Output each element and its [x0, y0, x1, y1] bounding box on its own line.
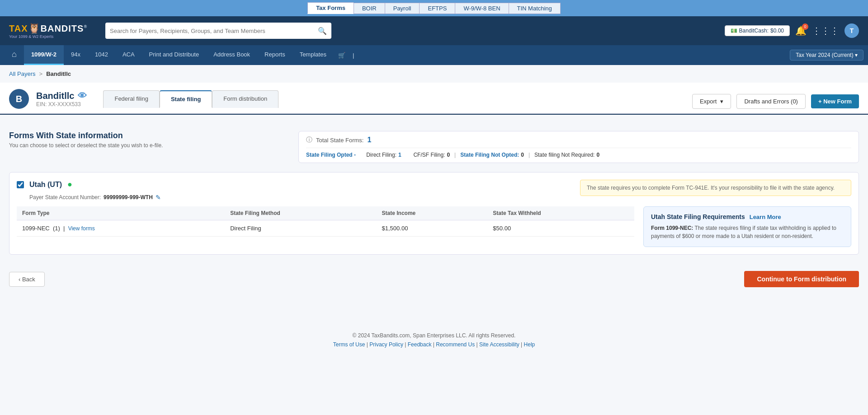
footer-copyright: © 2024 TaxBandits.com, Span Enterprises … [9, 332, 859, 339]
total-forms-label: Total State Forms: [316, 137, 363, 144]
nav-item-print[interactable]: Print and Distribute [142, 45, 207, 65]
header-right: 💵 BanditCash: $0.00 🔔 0 ⋮⋮⋮ T [725, 23, 859, 38]
footer-links: Terms of Use | Privacy Policy | Feedback… [9, 341, 859, 348]
payer-info: Banditllc 👁 EIN: XX-XXXX533 [36, 91, 87, 107]
page-footer: © 2024 TaxBandits.com, Span Enterprises … [0, 323, 868, 357]
state-name: Utah (UT) [29, 181, 62, 189]
footer-terms[interactable]: Terms of Use [333, 341, 365, 348]
footer-actions: ‹ Back Continue to Form distribution [9, 262, 859, 296]
footer-help[interactable]: Help [524, 341, 535, 348]
topnav-eftps[interactable]: EFTPS [419, 3, 455, 14]
stats-total: ⓘ Total State Forms: 1 [306, 136, 851, 148]
nav-item-94x[interactable]: 94x [64, 45, 88, 65]
bandit-cash-button[interactable]: 💵 BanditCash: $0.00 [725, 25, 790, 36]
export-button[interactable]: Export ▾ [692, 94, 731, 109]
state-active-dot: ● [67, 180, 72, 189]
edit-icon[interactable]: ✎ [156, 194, 161, 201]
total-forms-value: 1 [367, 136, 371, 144]
form-count: (1) [53, 225, 60, 232]
home-nav-item[interactable]: ⌂ [5, 45, 24, 65]
account-number: 99999999-999-WTH [104, 194, 153, 201]
not-required-label: State filing Not Required: [534, 152, 594, 158]
opted-label: State Filing Opted - [306, 152, 356, 158]
state-filing-requirements: Utah State Filing Requirements Learn Mor… [643, 206, 851, 247]
not-opted-value: 0 [521, 152, 524, 158]
state-income-cell: $1,500.00 [377, 220, 488, 237]
req-form-label: Form 1099-NEC: [651, 225, 693, 231]
logo-name: TAX🦉BANDITS® [9, 23, 87, 34]
chevron-down-icon: ▾ [720, 98, 723, 105]
user-avatar[interactable]: T [844, 23, 859, 38]
state-table-wrap: Form Type State Filing Method State Inco… [17, 206, 634, 247]
app-header: TAX🦉BANDITS® Your 1099 & W2 Experts 🔍 💵 … [0, 16, 868, 45]
filing-method-cell: Direct Filing [225, 220, 376, 237]
breadcrumb-current: Banditllc [46, 70, 71, 77]
nav-item-reports[interactable]: Reports [257, 45, 292, 65]
nav-item-1042[interactable]: 1042 [88, 45, 115, 65]
notification-button[interactable]: 🔔 0 [795, 25, 807, 36]
topnav-w9[interactable]: W-9/W-8 BEN [455, 3, 508, 14]
drafts-errors-button[interactable]: Drafts and Errors (0) [736, 94, 805, 109]
requirements-title: Utah State Filing Requirements Learn Mor… [651, 213, 844, 220]
home-icon: ⌂ [12, 50, 17, 59]
topnav-tin-matching[interactable]: TIN Matching [509, 3, 561, 14]
eye-icon[interactable]: 👁 [78, 91, 87, 101]
table-row: 1099-NEC (1) | View forms Direct Filing … [17, 220, 634, 237]
tab-form-distribution[interactable]: Form distribution [212, 90, 278, 108]
search-bar[interactable]: 🔍 [105, 23, 331, 39]
topnav-boir[interactable]: BOIR [354, 3, 385, 14]
notification-badge: 0 [802, 23, 808, 30]
payer-ein: EIN: XX-XXXX533 [36, 101, 87, 107]
topnav-tax-forms[interactable]: Tax Forms [307, 2, 354, 14]
nav-item-address-book[interactable]: Address Book [206, 45, 257, 65]
tab-federal-filing[interactable]: Federal filing [103, 90, 159, 108]
cart-icon: 🛒 [338, 52, 345, 59]
breadcrumb: All Payers > Banditllc [0, 65, 868, 83]
footer-privacy[interactable]: Privacy Policy [369, 341, 403, 348]
state-left: Forms With State information You can cho… [9, 131, 289, 163]
col-state-income: State Income [377, 206, 488, 220]
apps-grid-button[interactable]: ⋮⋮⋮ [812, 25, 839, 36]
direct-label: Direct Filing: [366, 152, 396, 158]
search-input[interactable] [110, 28, 318, 34]
direct-value: 1 [398, 152, 401, 158]
nav-item-templates[interactable]: Templates [292, 45, 334, 65]
cfsf-value: 0 [447, 152, 450, 158]
account-info: Payer State Account Number: 99999999-999… [29, 194, 161, 201]
learn-more-link[interactable]: Learn More [750, 214, 781, 220]
utah-checkbox[interactable] [17, 181, 24, 188]
account-label: Payer State Account Number: [29, 194, 101, 201]
continue-button[interactable]: Continue to Form distribution [744, 271, 859, 287]
divider: | [353, 52, 354, 59]
nav-item-aca[interactable]: ACA [115, 45, 142, 65]
search-icon: 🔍 [318, 27, 327, 35]
footer-feedback[interactable]: Feedback [408, 341, 432, 348]
tax-year-selector[interactable]: Tax Year 2024 (Current) ▾ [790, 50, 863, 61]
payer-name: Banditllc 👁 [36, 91, 87, 101]
state-notice: The state requires you to complete Form … [580, 180, 851, 196]
back-button[interactable]: ‹ Back [9, 272, 45, 287]
view-forms-link[interactable]: View forms [68, 225, 95, 232]
not-opted-label: State Filing Not Opted: [460, 152, 519, 158]
breadcrumb-all-payers[interactable]: All Payers [9, 70, 36, 77]
nav-item-1099[interactable]: 1099/W-2 [24, 45, 64, 65]
tab-state-filing[interactable]: State filing [160, 90, 212, 108]
utah-state-block: Utah (UT) ● Payer State Account Number: … [9, 172, 859, 255]
state-block-header: Utah (UT) ● [17, 180, 161, 189]
payer-section: B Banditllc 👁 EIN: XX-XXXX533 Federal fi… [0, 83, 868, 114]
form-type-label: 1099-NEC [22, 225, 50, 232]
cash-icon: 💵 [731, 28, 737, 34]
new-form-button[interactable]: + New Form [811, 94, 859, 108]
secondary-nav: ⌂ 1099/W-2 94x 1042 ACA Print and Distri… [0, 45, 868, 65]
stats-box: ⓘ Total State Forms: 1 State Filing Opte… [298, 131, 859, 163]
col-filing-method: State Filing Method [225, 206, 376, 220]
topnav-payroll[interactable]: Payroll [385, 3, 420, 14]
info-icon: ⓘ [306, 136, 312, 144]
section-title: Forms With State information [9, 131, 289, 140]
footer-accessibility[interactable]: Site Accessibility [479, 341, 519, 348]
payer-avatar: B [9, 89, 29, 109]
main-content: Forms With State information You can cho… [0, 115, 868, 305]
requirements-description: Form 1099-NEC: The state requires filing… [651, 224, 844, 240]
footer-recommend[interactable]: Recommend Us [436, 341, 475, 348]
state-tax-cell: $50.00 [487, 220, 634, 237]
